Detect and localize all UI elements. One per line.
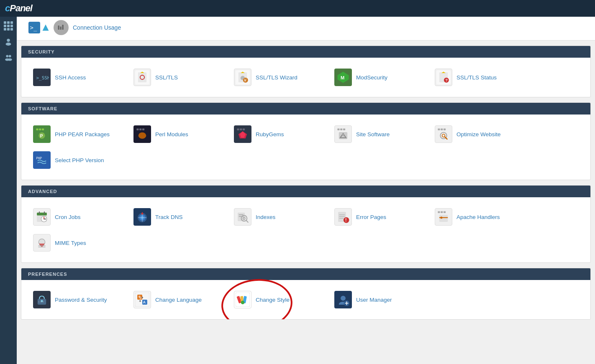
svg-rect-46: [243, 128, 245, 130]
site-software-icon: [334, 125, 352, 143]
track-dns-item[interactable]: Track DNS: [130, 204, 231, 230]
svg-rect-109: [135, 293, 149, 307]
track-dns-label: Track DNS: [155, 214, 183, 220]
cpanel-logo: cPanel: [5, 3, 32, 14]
svg-text:A: A: [143, 300, 146, 304]
svg-text:W: W: [244, 78, 246, 82]
ssl-tls-status-item[interactable]: ? SSL/TLS Status: [431, 64, 532, 90]
sidebar-user-icon[interactable]: [3, 36, 14, 48]
svg-rect-58: [441, 128, 443, 130]
optimize-website-label: Optimize Website: [457, 131, 501, 137]
error-pages-icon: !: [334, 208, 352, 226]
change-style-icon: [234, 291, 251, 308]
cron-jobs-icon: [33, 208, 51, 226]
change-language-label: Change Language: [155, 297, 202, 303]
optimize-website-item[interactable]: Optimize Website: [431, 121, 532, 147]
svg-point-0: [7, 39, 10, 42]
svg-point-55: [342, 134, 344, 136]
preferences-header: PREFERENCES: [21, 268, 590, 280]
rubygems-label: RubyGems: [256, 131, 284, 137]
mime-types-item[interactable]: MIME Types: [30, 230, 130, 256]
svg-rect-96: [441, 211, 443, 213]
svg-rect-52: [343, 128, 345, 130]
change-language-item[interactable]: ち A Change Language: [130, 287, 231, 313]
svg-point-2: [6, 55, 8, 57]
svg-rect-40: [139, 128, 141, 130]
top-partial-section: >_ Connection Usage: [17, 17, 595, 41]
modsecurity-label: ModSecurity: [356, 74, 387, 81]
ssh-access-item[interactable]: >_SSH SSH Access: [30, 64, 130, 90]
connection-usage-link[interactable]: Connection Usage: [73, 24, 121, 31]
track-dns-icon: [133, 208, 151, 226]
svg-rect-9: [58, 25, 59, 30]
svg-point-4: [9, 55, 11, 57]
site-software-label: Site Software: [356, 131, 390, 137]
apache-handlers-item[interactable]: Apache Handlers: [431, 204, 532, 230]
ssl-tls-wizard-label: SSL/TLS Wizard: [256, 74, 298, 81]
select-php-label: Select PHP Version: [55, 157, 104, 163]
svg-rect-67: [37, 213, 47, 216]
indexes-label: Indexes: [256, 214, 275, 220]
security-body: >_SSH SSH Access SSL/TLS: [21, 58, 590, 97]
apache-handlers-label: Apache Handlers: [457, 214, 500, 220]
error-pages-label: Error Pages: [356, 214, 386, 220]
apache-handlers-icon: [435, 208, 452, 226]
software-body: P PHP PEAR Packages: [21, 115, 590, 180]
user-manager-item[interactable]: User Manager: [331, 287, 431, 313]
svg-text:***: ***: [38, 301, 45, 304]
svg-rect-44: [237, 128, 239, 130]
svg-rect-35: [42, 128, 44, 130]
svg-text:P: P: [40, 134, 43, 138]
svg-rect-33: [36, 128, 38, 130]
svg-rect-39: [136, 128, 138, 130]
ssl-tls-wizard-icon: W: [234, 69, 251, 86]
password-security-item[interactable]: *** Password & Security: [30, 287, 130, 313]
indexes-item[interactable]: Indexes: [231, 204, 331, 230]
key-partial-icon: >_: [28, 22, 40, 33]
partial-shape-icon: [42, 24, 49, 31]
svg-rect-34: [39, 128, 41, 130]
svg-point-100: [440, 216, 442, 219]
svg-text:PHP: PHP: [36, 156, 42, 160]
change-style-item[interactable]: Change Style: [231, 287, 331, 313]
svg-point-42: [138, 132, 146, 139]
modsecurity-item[interactable]: M ModSecurity: [331, 64, 431, 90]
modsecurity-icon: M: [334, 69, 352, 86]
perl-modules-icon: [133, 125, 151, 143]
svg-marker-8: [43, 25, 49, 31]
svg-rect-57: [438, 128, 440, 130]
password-security-icon: ***: [33, 291, 51, 308]
svg-rect-97: [444, 211, 446, 213]
security-section: SECURITY >_SSH SSH Access: [21, 46, 591, 97]
svg-rect-45: [240, 128, 242, 130]
change-style-label: Change Style: [256, 297, 290, 303]
svg-rect-59: [444, 128, 446, 130]
change-language-icon: ち A: [133, 291, 151, 308]
mime-types-icon: [33, 234, 51, 252]
php-pear-icon: P: [33, 125, 51, 143]
ssl-tls-status-icon: ?: [435, 69, 452, 86]
rubygems-item[interactable]: RubyGems: [231, 121, 331, 147]
sidebar-users-icon[interactable]: [3, 52, 14, 64]
mime-types-label: MIME Types: [55, 240, 86, 246]
error-pages-item[interactable]: ! Error Pages: [331, 204, 431, 230]
perl-modules-item[interactable]: Perl Modules: [130, 121, 231, 147]
ssl-tls-icon: [133, 69, 151, 86]
ssh-access-label: SSH Access: [55, 74, 86, 81]
cron-jobs-item[interactable]: Cron Jobs: [30, 204, 130, 230]
svg-point-1: [6, 43, 11, 46]
svg-rect-10: [60, 27, 62, 30]
site-software-item[interactable]: Site Software: [331, 121, 431, 147]
sidebar-grid-icon[interactable]: [3, 20, 14, 32]
svg-text:ち: ち: [138, 295, 142, 299]
svg-point-118: [241, 301, 245, 305]
ssl-tls-wizard-item[interactable]: W SSL/TLS Wizard: [231, 64, 331, 90]
svg-rect-15: [138, 72, 146, 82]
select-php-icon: PHP: [33, 151, 51, 169]
cron-jobs-label: Cron Jobs: [55, 214, 81, 220]
ssl-tls-item[interactable]: SSL/TLS: [130, 64, 231, 90]
user-manager-icon: [334, 291, 352, 308]
php-pear-item[interactable]: P PHP PEAR Packages: [30, 121, 130, 147]
select-php-item[interactable]: PHP Select PHP Version: [30, 147, 130, 173]
svg-text:>_SSH: >_SSH: [36, 75, 49, 81]
